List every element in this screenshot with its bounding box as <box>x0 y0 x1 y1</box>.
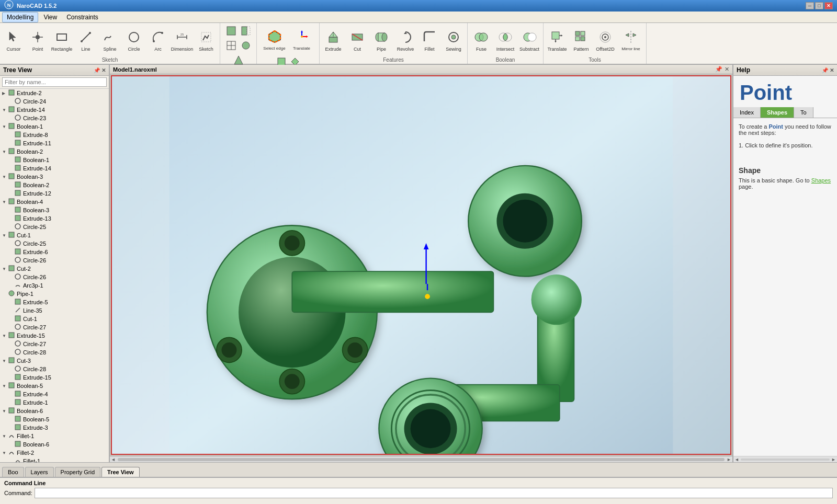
tree-arrow[interactable]: ▶ <box>2 91 8 96</box>
tree-item[interactable]: Boolean-1 <box>0 156 109 164</box>
arc-tool[interactable]: Arc <box>146 25 169 55</box>
solid-btn4[interactable] <box>239 39 253 52</box>
menu-constraints[interactable]: Constraints <box>62 13 103 22</box>
tree-item[interactable]: Circle-25 <box>0 223 109 231</box>
menu-modelling[interactable]: Modelling <box>2 12 38 22</box>
circle-tool[interactable]: Circle <box>122 25 145 55</box>
help-close-icon[interactable]: ✕ <box>830 67 834 73</box>
help-shapes-link[interactable]: Shapes <box>811 177 831 184</box>
help-scrollbar[interactable]: ◄ ► <box>733 456 837 462</box>
tree-arrow[interactable]: ▼ <box>2 267 8 271</box>
tree-item[interactable]: Circle-28 <box>0 348 109 357</box>
bottom-tab-layers[interactable]: Layers <box>25 467 54 477</box>
pipe-tool[interactable]: Pipe <box>370 25 393 55</box>
help-tab-shapes[interactable]: Shapes <box>761 107 794 118</box>
translate2-tool[interactable]: Translate <box>546 25 569 55</box>
tree-item[interactable]: ▼Fillet-2 <box>0 449 109 457</box>
tree-arrow[interactable]: ▼ <box>2 434 8 439</box>
spline-tool[interactable]: Spline <box>98 25 121 55</box>
tree-arrow[interactable]: ▼ <box>2 384 8 388</box>
tree-item[interactable]: Line-35 <box>0 306 109 315</box>
tree-item[interactable]: Extrude-15 <box>0 373 109 382</box>
bottom-tab-tree-view[interactable]: Tree View <box>101 467 140 477</box>
tree-item[interactable]: Extrude-13 <box>0 214 109 223</box>
sewing-tool[interactable]: Sewing <box>442 25 465 55</box>
tree-search-input[interactable] <box>2 77 107 87</box>
tree-item[interactable]: Extrude-4 <box>0 390 109 398</box>
tree-close-icon[interactable]: ✕ <box>101 67 106 73</box>
tree-pin-icon[interactable]: 📌 <box>94 67 100 73</box>
tree-item[interactable]: Boolean-5 <box>0 415 109 423</box>
revolve-tool[interactable]: Revolve <box>394 25 417 55</box>
select-edge-tool[interactable]: Select edge <box>262 24 288 54</box>
tree-item[interactable]: Boolean-3 <box>0 206 109 214</box>
bottom-tab-boo[interactable]: Boo <box>2 467 24 477</box>
tree-item[interactable]: Circle-23 <box>0 114 109 122</box>
viewport-scrollbar[interactable]: ◄ ► <box>110 456 732 462</box>
solid-btn3[interactable] <box>224 39 238 52</box>
dimension-tool[interactable]: 25 Dimension <box>171 25 194 55</box>
tree-item[interactable]: Extrude-5 <box>0 298 109 306</box>
sketch-tool[interactable]: Sketch <box>195 25 218 55</box>
tree-item[interactable]: Circle-27 <box>0 323 109 331</box>
tree-arrow[interactable]: ▼ <box>2 175 8 179</box>
fillet-tool[interactable]: Fillet <box>418 25 441 55</box>
tree-item[interactable]: ▼Fillet-1 <box>0 432 109 440</box>
tree-item[interactable]: ▼Boolean-2 <box>0 147 109 156</box>
translate-tool[interactable]: Translate <box>289 24 315 54</box>
tree-item[interactable]: Extrude-11 <box>0 139 109 147</box>
minimize-button[interactable]: ─ <box>806 2 814 9</box>
mirror-line-tool[interactable]: Mirror line <box>618 25 644 55</box>
tree-arrow[interactable]: ▼ <box>2 334 8 338</box>
substract-tool[interactable]: Substract <box>518 25 541 55</box>
fuse-tool[interactable]: Fuse <box>470 25 493 55</box>
tree-item[interactable]: Arc3p-1 <box>0 281 109 290</box>
tree-item[interactable]: ▼Cut-2 <box>0 265 109 273</box>
tree-item[interactable]: ▼Extrude-15 <box>0 331 109 340</box>
tree-arrow[interactable]: ▼ <box>2 359 8 363</box>
help-tab-to[interactable]: To <box>794 107 813 118</box>
tree-arrow[interactable]: ▼ <box>2 409 8 414</box>
tree-item[interactable]: Cut-1 <box>0 315 109 323</box>
cut-tool[interactable]: Cut <box>346 25 369 55</box>
tree-arrow[interactable]: ▼ <box>2 200 8 204</box>
menu-view[interactable]: View <box>39 13 61 22</box>
command-input[interactable] <box>35 488 833 498</box>
tree-arrow[interactable]: ▼ <box>2 124 8 129</box>
tree-arrow[interactable]: ▼ <box>2 108 8 112</box>
maximize-button[interactable]: □ <box>815 2 823 9</box>
point-tool[interactable]: Point <box>26 25 49 55</box>
tree-item[interactable]: ▶Extrude-2 <box>0 89 109 97</box>
tree-item[interactable]: Boolean-6 <box>0 440 109 449</box>
tree-item[interactable]: Pipe-1 <box>0 290 109 298</box>
pattern-tool[interactable]: Pattern <box>570 25 593 55</box>
tree-item[interactable]: ▼Cut-3 <box>0 357 109 365</box>
solid-btn1[interactable] <box>224 24 238 38</box>
tree-item[interactable]: Circle-26 <box>0 273 109 281</box>
tree-item[interactable]: Circle-26 <box>0 256 109 265</box>
tree-arrow[interactable]: ▼ <box>2 233 8 238</box>
line-tool[interactable]: Line <box>74 25 97 55</box>
tree-item[interactable]: ▼Cut-1 <box>0 231 109 239</box>
tree-item[interactable]: ▼Boolean-4 <box>0 198 109 206</box>
tree-arrow[interactable]: ▼ <box>2 150 8 154</box>
tree-item[interactable]: Circle-27 <box>0 340 109 348</box>
tree-item[interactable]: ▼Boolean-6 <box>0 407 109 415</box>
tree-item[interactable]: Extrude-8 <box>0 131 109 139</box>
tree-item[interactable]: ▼Boolean-5 <box>0 382 109 390</box>
tree-item[interactable]: Circle-24 <box>0 97 109 106</box>
tree-content[interactable]: ▶Extrude-2Circle-24▼Extrude-14Circle-23▼… <box>0 89 109 462</box>
tree-item[interactable]: Extrude-1 <box>0 398 109 407</box>
viewport-3d[interactable] <box>111 75 731 455</box>
tree-item[interactable]: ▼Boolean-1 <box>0 122 109 131</box>
tree-arrow[interactable]: ▼ <box>2 451 8 455</box>
tree-item[interactable]: Extrude-14 <box>0 164 109 173</box>
tree-item[interactable]: ▼Extrude-14 <box>0 106 109 114</box>
tree-item[interactable]: Circle-25 <box>0 239 109 248</box>
tree-item[interactable]: Fillet-1 <box>0 457 109 462</box>
tree-item[interactable]: Extrude-3 <box>0 423 109 432</box>
help-tab-index[interactable]: Index <box>733 107 761 118</box>
tree-item[interactable]: ▼Boolean-3 <box>0 173 109 181</box>
solid-btn2[interactable] <box>239 24 253 38</box>
tree-item[interactable]: Extrude-6 <box>0 248 109 256</box>
